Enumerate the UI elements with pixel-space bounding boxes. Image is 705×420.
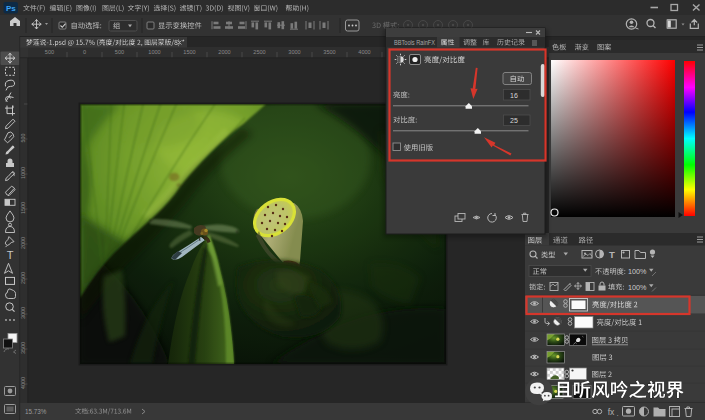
svg-text:2000: 2000 (20, 237, 26, 249)
svg-text:BBTools RainFX: BBTools RainFX (394, 39, 436, 46)
svg-text:1500: 1500 (20, 202, 26, 214)
svg-text:Ps: Ps (6, 4, 16, 13)
svg-text:500: 500 (45, 49, 54, 55)
svg-text:1500: 1500 (183, 49, 195, 55)
svg-text:.: . (617, 409, 619, 418)
svg-text:2500: 2500 (20, 272, 26, 284)
svg-text:3000: 3000 (288, 49, 300, 55)
svg-text:25: 25 (510, 117, 518, 124)
svg-text:2500: 2500 (253, 49, 265, 55)
svg-text:4000: 4000 (358, 49, 370, 55)
svg-text:15.73%: 15.73% (25, 408, 47, 415)
svg-text:500: 500 (115, 49, 124, 55)
svg-text:3000: 3000 (20, 307, 26, 319)
svg-text:16: 16 (510, 92, 518, 99)
svg-text:2000: 2000 (218, 49, 230, 55)
svg-text:T: T (609, 249, 615, 260)
svg-text:fx: fx (608, 407, 615, 417)
svg-text:1000: 1000 (20, 167, 26, 179)
svg-text:1000: 1000 (148, 49, 160, 55)
svg-text:500: 500 (20, 134, 26, 143)
svg-text:4000: 4000 (20, 377, 26, 389)
svg-text:100%: 100% (628, 267, 647, 276)
svg-text:3500: 3500 (323, 49, 335, 55)
svg-text:0: 0 (83, 49, 86, 55)
svg-text:3500: 3500 (20, 342, 26, 354)
svg-text:T: T (7, 249, 14, 261)
svg-text:100%: 100% (628, 283, 647, 292)
